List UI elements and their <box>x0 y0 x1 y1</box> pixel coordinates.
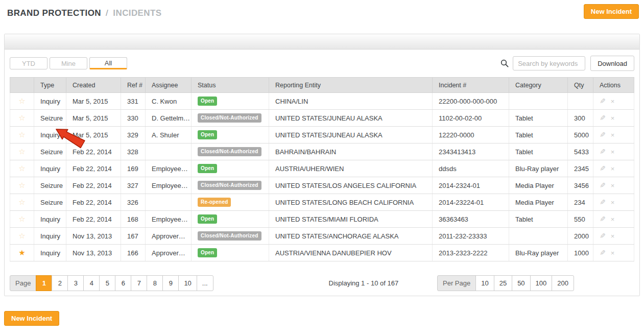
page-button-1[interactable]: 1 <box>36 275 52 291</box>
per-page-button-100[interactable]: 100 <box>530 275 553 291</box>
assignee-cell: Employee… <box>146 177 192 194</box>
created-cell: Mar 5, 2015 <box>66 93 121 110</box>
delete-x-icon[interactable]: × <box>611 199 615 206</box>
status-badge: Open <box>198 97 217 106</box>
per-page-button-25[interactable]: 25 <box>494 275 512 291</box>
favorite-cell: ☆ <box>10 110 34 127</box>
download-button[interactable]: Download <box>590 56 634 71</box>
status-badge: Open <box>198 248 217 257</box>
actions-cell: ✎× <box>593 143 634 160</box>
category-cell: Tablet <box>509 110 568 127</box>
new-incident-button-top[interactable]: New Incident <box>584 4 639 19</box>
favorite-star-icon[interactable]: ☆ <box>18 214 25 223</box>
delete-x-icon[interactable]: × <box>611 232 615 240</box>
type-cell: Seizure <box>34 110 66 127</box>
ref-cell: 328 <box>121 143 146 160</box>
tab-mine[interactable]: Mine <box>50 57 87 69</box>
delete-x-icon[interactable]: × <box>611 114 615 122</box>
status-badge: Closed/Not-Authorized <box>198 181 261 190</box>
status-cell: Open <box>192 160 269 177</box>
favorite-star-icon[interactable]: ☆ <box>18 231 25 240</box>
incident-number-cell: 2013-2323-2222 <box>433 245 509 261</box>
column-header-qty: Qty <box>568 78 593 93</box>
delete-x-icon[interactable]: × <box>611 98 615 105</box>
search-area: Download <box>500 56 634 71</box>
actions-cell: ✎× <box>593 177 634 194</box>
per-page-button-10[interactable]: 10 <box>475 275 494 291</box>
tab-ytd[interactable]: YTD <box>10 57 47 69</box>
favorite-star-icon[interactable]: ☆ <box>18 130 25 139</box>
delete-x-icon[interactable]: × <box>611 148 615 156</box>
type-cell: Seizure <box>34 177 66 194</box>
page-button-9[interactable]: 9 <box>162 275 179 291</box>
favorite-star-icon[interactable]: ☆ <box>18 181 25 189</box>
delete-x-icon[interactable]: × <box>611 165 615 173</box>
per-page-label: Per Page <box>437 275 476 291</box>
favorite-cell: ☆ <box>10 160 34 177</box>
page-button-2[interactable]: 2 <box>52 275 68 291</box>
favorite-cell: ☆ <box>10 194 34 211</box>
page-button-7[interactable]: 7 <box>131 275 147 291</box>
page-button-dotdotdot[interactable]: ... <box>197 275 213 291</box>
favorite-cell: ☆ <box>10 177 34 194</box>
edit-pencil-icon[interactable]: ✎ <box>600 215 606 223</box>
type-cell: Inquiry <box>34 245 66 261</box>
edit-pencil-icon[interactable]: ✎ <box>600 97 606 105</box>
status-cell: Open <box>192 245 269 261</box>
qty-cell: 2000 <box>568 228 593 245</box>
qty-cell: 2345 <box>568 160 593 177</box>
delete-x-icon[interactable]: × <box>611 182 615 189</box>
edit-pencil-icon[interactable]: ✎ <box>600 181 606 189</box>
actions-cell: ✎× <box>593 93 634 110</box>
favorite-star-icon[interactable]: ☆ <box>18 97 25 105</box>
delete-x-icon[interactable]: × <box>611 131 615 139</box>
assignee-cell: A. Shuler <box>146 127 192 143</box>
search-input[interactable] <box>513 56 585 70</box>
column-header-status: Status <box>192 78 269 93</box>
incident-number-cell: 2014-2324-01 <box>433 177 509 194</box>
page-button-5[interactable]: 5 <box>99 275 115 291</box>
per-page-button-200[interactable]: 200 <box>552 275 574 291</box>
column-header-star <box>10 78 34 93</box>
status-cell: Open <box>192 93 269 110</box>
edit-pencil-icon[interactable]: ✎ <box>600 232 606 240</box>
edit-pencil-icon[interactable]: ✎ <box>600 164 606 173</box>
column-header-type: Type <box>34 78 66 93</box>
page-button-6[interactable]: 6 <box>115 275 131 291</box>
reporting-entity-cell: UNITED STATES/JUNEAU ALASKA <box>269 110 433 127</box>
pagination-bar: Page12345678910... Displaying 1 - 10 of … <box>10 275 634 291</box>
table-header: TypeCreatedRef #AssigneeStatusReporting … <box>10 78 634 93</box>
edit-pencil-icon[interactable]: ✎ <box>600 148 606 156</box>
edit-pencil-icon[interactable]: ✎ <box>600 249 606 257</box>
new-incident-button-bottom[interactable]: New Incident <box>4 311 59 326</box>
status-badge: Open <box>198 130 217 139</box>
delete-x-icon[interactable]: × <box>611 249 615 257</box>
favorite-star-icon[interactable]: ☆ <box>18 198 25 206</box>
qty-cell: 550 <box>568 211 593 228</box>
edit-pencil-icon[interactable]: ✎ <box>600 198 606 206</box>
assignee-cell <box>146 143 192 160</box>
page-button-3[interactable]: 3 <box>67 275 84 291</box>
page-button-8[interactable]: 8 <box>147 275 163 291</box>
per-page-button-50[interactable]: 50 <box>512 275 530 291</box>
favorite-star-icon[interactable]: ☆ <box>18 147 25 156</box>
category-cell <box>509 228 568 245</box>
edit-pencil-icon[interactable]: ✎ <box>600 131 606 139</box>
reporting-entity-cell: UNITED STATES/JUNEAU ALASKA <box>269 127 433 143</box>
favorite-star-icon[interactable]: ☆ <box>18 164 25 173</box>
assignee-cell: Approver… <box>146 228 192 245</box>
favorite-cell: ☆ <box>10 228 34 245</box>
type-cell: Inquiry <box>34 160 66 177</box>
favorite-star-icon[interactable]: ★ <box>18 248 25 257</box>
actions-cell: ✎× <box>593 160 634 177</box>
tab-all[interactable]: All <box>89 57 127 69</box>
edit-pencil-icon[interactable]: ✎ <box>600 114 606 122</box>
page-button-10[interactable]: 10 <box>178 275 197 291</box>
qty-cell <box>568 93 593 110</box>
column-header-created: Created <box>66 78 121 93</box>
incident-number-cell: 2014-23224-01 <box>433 194 509 211</box>
favorite-star-icon[interactable]: ☆ <box>18 113 25 122</box>
delete-x-icon[interactable]: × <box>611 215 615 223</box>
type-cell: Inquiry <box>34 93 66 110</box>
page-button-4[interactable]: 4 <box>83 275 100 291</box>
